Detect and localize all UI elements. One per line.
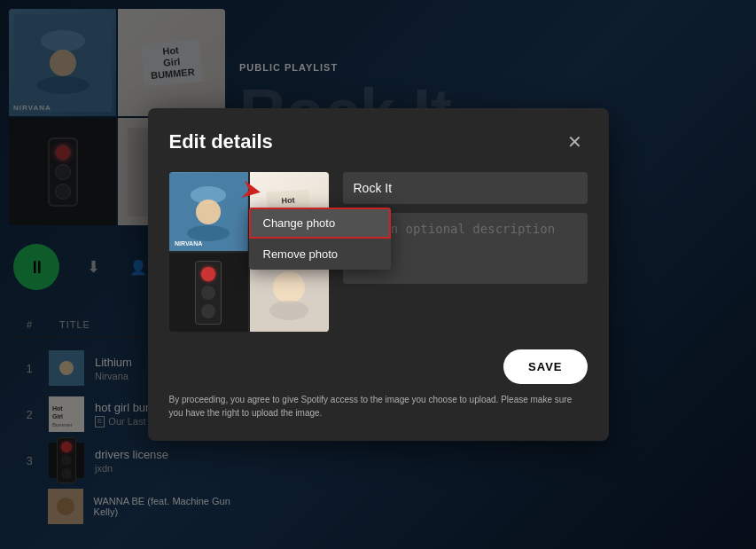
modal-close-button[interactable]: ✕ bbox=[563, 129, 588, 154]
photo-context-menu: Change photo Remove photo bbox=[249, 208, 391, 270]
edit-details-modal: Edit details ✕ NIRVANA bbox=[148, 108, 609, 441]
modal-body: NIRVANA HotGirlBUMMER bbox=[169, 172, 588, 332]
save-button[interactable]: SAVE bbox=[503, 349, 587, 384]
modal-art-drivers bbox=[169, 253, 248, 332]
svg-text:NIRVANA: NIRVANA bbox=[175, 240, 202, 247]
playlist-name-input[interactable] bbox=[343, 172, 588, 204]
change-photo-button[interactable]: Change photo bbox=[249, 208, 391, 239]
svg-marker-23 bbox=[241, 180, 261, 200]
svg-point-17 bbox=[196, 200, 221, 224]
legal-text: By proceeding, you agree to give Spotify… bbox=[169, 393, 588, 420]
svg-point-22 bbox=[269, 301, 308, 320]
modal-header: Edit details ✕ bbox=[169, 129, 588, 154]
modal-overlay: Edit details ✕ NIRVANA bbox=[0, 0, 756, 549]
modal-footer: SAVE By proceeding, you agree to give Sp… bbox=[169, 349, 588, 420]
modal-art-section: NIRVANA HotGirlBUMMER bbox=[169, 172, 329, 332]
arrow-indicator bbox=[238, 177, 265, 208]
svg-point-21 bbox=[273, 271, 305, 303]
modal-art-nirvana: NIRVANA bbox=[169, 172, 248, 251]
remove-photo-button[interactable]: Remove photo bbox=[249, 239, 391, 270]
svg-point-18 bbox=[187, 225, 230, 241]
modal-title: Edit details bbox=[169, 130, 273, 153]
